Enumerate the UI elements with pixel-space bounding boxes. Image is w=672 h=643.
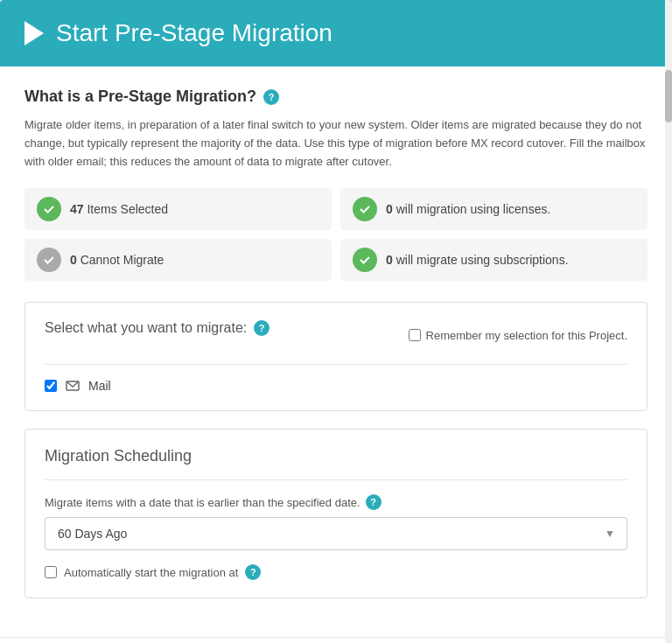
- select-wrap: 60 Days Ago 30 Days Ago 90 Days Ago 120 …: [45, 517, 627, 550]
- migrate-card-header: Select what you want to migrate: ? Remem…: [45, 320, 627, 350]
- modal-title: Start Pre-Stage Migration: [56, 19, 332, 47]
- stat-subscriptions-text: 0 will migrate using subscriptions.: [386, 253, 569, 267]
- scrollbar-thumb[interactable]: [665, 70, 672, 122]
- auto-start-help-icon[interactable]: ?: [245, 564, 261, 580]
- auto-start-checkbox[interactable]: [45, 566, 57, 578]
- stat-licenses: 0 will migration using licenses.: [340, 188, 648, 230]
- stat-cannot-migrate: 0 Cannot Migrate: [24, 239, 332, 281]
- divider-1: [45, 364, 627, 365]
- divider-2: [45, 479, 627, 480]
- migrate-selection-card: Select what you want to migrate: ? Remem…: [24, 302, 648, 411]
- stat-items-selected-text: 47 Items Selected: [70, 202, 168, 216]
- mail-icon: [66, 381, 80, 391]
- modal-footer: ✕ Cancel ✓ Start Migration: [0, 637, 672, 643]
- checkmark-icon-2: [359, 203, 371, 215]
- modal-body: What is a Pre-Stage Migration? ? Migrate…: [0, 66, 672, 637]
- checkmark-icon-3: [43, 254, 55, 266]
- stat-badge-green-3: [353, 248, 377, 272]
- migrate-help-icon[interactable]: ?: [254, 320, 270, 336]
- scheduling-title: Migration Scheduling: [45, 447, 627, 465]
- field-label: Migrate items with a date that is earlie…: [45, 494, 627, 510]
- what-help-icon[interactable]: ?: [263, 89, 279, 105]
- scrollbar-track: [665, 0, 672, 643]
- what-is-title: What is a Pre-Stage Migration? ?: [24, 87, 648, 106]
- remember-checkbox[interactable]: [409, 329, 421, 341]
- scheduling-card-inner: Migration Scheduling Migrate items with …: [25, 430, 647, 598]
- stat-cannot-migrate-text: 0 Cannot Migrate: [70, 253, 164, 267]
- mail-checkbox[interactable]: [45, 380, 57, 392]
- mail-row: Mail: [45, 379, 627, 393]
- migrate-section-title: Select what you want to migrate: ?: [45, 320, 270, 336]
- stat-items-selected: 47 Items Selected: [24, 188, 332, 230]
- stat-subscriptions: 0 will migrate using subscriptions.: [340, 239, 648, 281]
- checkmark-icon-4: [359, 254, 371, 266]
- scheduling-card: Migration Scheduling Migrate items with …: [24, 429, 648, 598]
- description-text: Migrate older items, in preparation of a…: [24, 116, 648, 171]
- checkmark-icon: [43, 203, 55, 215]
- auto-start-row: Automatically start the migration at ?: [45, 564, 627, 580]
- auto-start-label: Automatically start the migration at: [64, 566, 238, 579]
- scheduling-help-icon[interactable]: ?: [366, 494, 382, 510]
- modal-container: Start Pre-Stage Migration What is a Pre-…: [0, 0, 672, 643]
- play-icon: [24, 21, 44, 45]
- modal-header: Start Pre-Stage Migration: [0, 0, 672, 66]
- mail-label: Mail: [88, 379, 111, 393]
- remember-label[interactable]: Remember my selection for this Project.: [409, 329, 627, 342]
- stat-licenses-text: 0 will migration using licenses.: [386, 202, 550, 216]
- days-ago-select[interactable]: 60 Days Ago 30 Days Ago 90 Days Ago 120 …: [45, 517, 627, 550]
- stat-badge-gray: [37, 248, 61, 272]
- stats-grid: 47 Items Selected 0 will migration using…: [24, 188, 648, 281]
- stat-badge-green-1: [37, 197, 61, 221]
- stat-badge-green-2: [353, 197, 377, 221]
- migrate-card-inner: Select what you want to migrate: ? Remem…: [25, 303, 647, 410]
